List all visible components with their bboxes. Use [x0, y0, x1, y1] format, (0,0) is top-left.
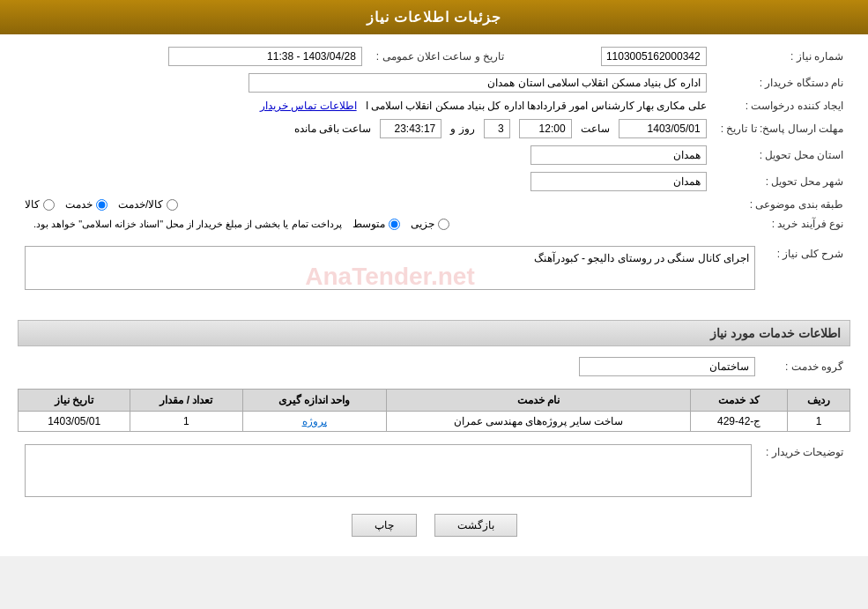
city-row: شهر محل تحویل : همدان	[18, 168, 850, 195]
col-service-name: نام خدمت	[386, 390, 691, 412]
category-kala-item: کالا	[25, 198, 55, 211]
province-label: استان محل تحویل :	[714, 142, 850, 168]
page-title: جزئیات اطلاعات نیاز	[367, 10, 502, 25]
category-kala-label: کالا	[25, 198, 40, 211]
print-button[interactable]: چاپ	[352, 514, 417, 537]
buyer-desc-textarea[interactable]	[25, 444, 752, 497]
description-row: شرح کلی نیاز : اجرای کانال سنگی در روستا…	[18, 242, 850, 311]
col-quantity: تعداد / مقدار	[130, 390, 242, 412]
col-row-num: ردیف	[787, 390, 849, 412]
process-jozyi-radio[interactable]	[438, 219, 449, 230]
process-note: پرداخت تمام یا بخشی از مبلغ خریدار از مح…	[33, 219, 342, 230]
buyer-org-field: اداره کل بنیاد مسکن انقلاب اسلامی استان …	[249, 73, 707, 93]
deadline-days-field: 3	[484, 119, 510, 138]
page-header: جزئیات اطلاعات نیاز	[0, 0, 868, 34]
services-table-head: ردیف کد خدمت نام خدمت واحد اندازه گیری ت…	[19, 390, 850, 412]
province-row: استان محل تحویل : همدان	[18, 142, 850, 168]
info-table: شماره نیاز : 1103005162000342 تاریخ و سا…	[18, 43, 850, 234]
announce-label: تاریخ و ساعت اعلان عمومی :	[369, 43, 511, 70]
description-label: شرح کلی نیاز :	[762, 242, 850, 311]
cell-service-name: ساخت سایر پروژه‌های مهندسی عمران	[386, 412, 691, 432]
creator-link[interactable]: اطلاعات تماس خریدار	[260, 100, 357, 112]
buyer-org-label: نام دستگاه خریدار :	[714, 70, 850, 96]
city-value: همدان	[18, 168, 714, 195]
buyer-desc-value-cell	[18, 441, 759, 503]
button-row: بازگشت چاپ	[18, 514, 850, 537]
deadline-label: مهلت ارسال پاسخ: تا تاریخ :	[714, 115, 850, 142]
announce-field: 1403/04/28 - 11:38	[168, 47, 362, 66]
buyer-desc-table: توضیحات خریدار :	[18, 441, 850, 503]
deadline-date-field: 1403/05/01	[619, 119, 707, 138]
cell-service-code: ج-42-429	[691, 412, 788, 432]
need-number-label: شماره نیاز :	[714, 43, 850, 70]
category-options: کالا خدمت کالا/خدمت	[18, 195, 714, 214]
service-group-row: گروه خدمت : ساختمان	[18, 353, 850, 380]
category-khadamat-label: خدمت	[65, 198, 93, 211]
table-row: 1 ج-42-429 ساخت سایر پروژه‌های مهندسی عم…	[19, 412, 850, 432]
creator-row: ایجاد کننده درخواست : علی مکاری بهار کار…	[18, 96, 850, 115]
process-jozyi-label: جزیی	[411, 218, 434, 230]
creator-text: علی مکاری بهار کارشناس امور قراردادها اد…	[366, 100, 707, 112]
city-label: شهر محل تحویل :	[714, 168, 850, 195]
deadline-remaining-label: ساعت باقی مانده	[294, 123, 372, 135]
service-group-label: گروه خدمت :	[762, 353, 850, 380]
description-value-cell: اجرای کانال سنگی در روستای دالیجو - کبود…	[18, 242, 762, 311]
buyer-desc-label: توضیحات خریدار :	[759, 441, 850, 503]
need-number-row: شماره نیاز : 1103005162000342 تاریخ و سا…	[18, 43, 850, 70]
category-kala-khadamat-item: کالا/خدمت	[118, 198, 178, 211]
category-label: طبقه بندی موضوعی :	[714, 195, 850, 214]
buyer-org-value: اداره کل بنیاد مسکن انقلاب اسلامی استان …	[18, 70, 714, 96]
announce-value: 1403/04/28 - 11:38	[18, 43, 369, 70]
deadline-days-label: روز و	[450, 123, 474, 135]
need-number-field: 1103005162000342	[601, 47, 707, 66]
deadline-time-field: 12:00	[519, 119, 572, 138]
process-options: پرداخت تمام یا بخشی از مبلغ خریدار از مح…	[18, 214, 714, 234]
service-group-field: ساختمان	[579, 357, 755, 376]
deadline-value: 1403/05/01 ساعت 12:00 3 روز و 23:43:17 س…	[18, 115, 714, 142]
category-kala-khadamat-radio[interactable]	[167, 199, 178, 211]
category-kala-khadamat-label: کالا/خدمت	[118, 198, 163, 211]
cell-quantity: 1	[130, 412, 242, 432]
city-field: همدان	[530, 172, 707, 191]
process-row: نوع فرآیند خرید : پرداخت تمام یا بخشی از…	[18, 214, 850, 234]
category-khadamat-radio[interactable]	[96, 199, 108, 211]
process-motavaset-radio[interactable]	[389, 219, 400, 230]
col-unit: واحد اندازه گیری	[242, 390, 386, 412]
process-jozyi-item: جزیی	[411, 218, 449, 230]
category-kala-radio[interactable]	[43, 199, 55, 211]
process-motavaset-label: متوسط	[352, 218, 385, 230]
process-radio-group: پرداخت تمام یا بخشی از مبلغ خریدار از مح…	[25, 218, 707, 230]
description-area: اجرای کانال سنگی در روستای دالیجو - کبود…	[25, 246, 755, 308]
buyer-desc-row: توضیحات خریدار :	[18, 441, 850, 503]
back-button[interactable]: بازگشت	[434, 514, 517, 537]
province-value: همدان	[18, 142, 714, 168]
deadline-row: مهلت ارسال پاسخ: تا تاریخ : 1403/05/01 س…	[18, 115, 850, 142]
category-radio-group: کالا خدمت کالا/خدمت	[25, 198, 707, 211]
description-field: اجرای کانال سنگی در روستای دالیجو - کبود…	[25, 246, 755, 290]
col-service-code: کد خدمت	[691, 390, 788, 412]
description-table: شرح کلی نیاز : اجرای کانال سنگی در روستا…	[18, 242, 850, 311]
service-group-value-cell: ساختمان	[18, 353, 762, 380]
category-khadamat-item: خدمت	[65, 198, 108, 211]
process-motavaset-item: متوسط	[352, 218, 400, 230]
services-section-title: اطلاعات خدمات مورد نیاز	[18, 320, 850, 346]
category-row: طبقه بندی موضوعی : کالا خدمت کالا/خدمت	[18, 195, 850, 214]
creator-value: علی مکاری بهار کارشناس امور قراردادها اد…	[18, 96, 714, 115]
deadline-remaining-field: 23:43:17	[380, 119, 441, 138]
cell-date: 1403/05/01	[19, 412, 130, 432]
province-field: همدان	[530, 145, 707, 165]
cell-unit: پروژه	[242, 412, 386, 432]
process-label: نوع فرآیند خرید :	[714, 214, 850, 234]
page-wrapper: جزئیات اطلاعات نیاز شماره نیاز : 1103005…	[0, 0, 868, 556]
service-group-table: گروه خدمت : ساختمان	[18, 353, 850, 380]
buyer-org-row: نام دستگاه خریدار : اداره کل بنیاد مسکن …	[18, 70, 850, 96]
services-table: ردیف کد خدمت نام خدمت واحد اندازه گیری ت…	[18, 389, 850, 432]
col-date: تاریخ نیاز	[19, 390, 130, 412]
table-header-row: ردیف کد خدمت نام خدمت واحد اندازه گیری ت…	[19, 390, 850, 412]
cell-row-num: 1	[787, 412, 849, 432]
services-table-body: 1 ج-42-429 ساخت سایر پروژه‌های مهندسی عم…	[19, 412, 850, 432]
creator-label: ایجاد کننده درخواست :	[714, 96, 850, 115]
deadline-time-label: ساعت	[581, 123, 610, 135]
need-number-value: 1103005162000342	[511, 43, 714, 70]
content-area: شماره نیاز : 1103005162000342 تاریخ و سا…	[0, 34, 868, 556]
